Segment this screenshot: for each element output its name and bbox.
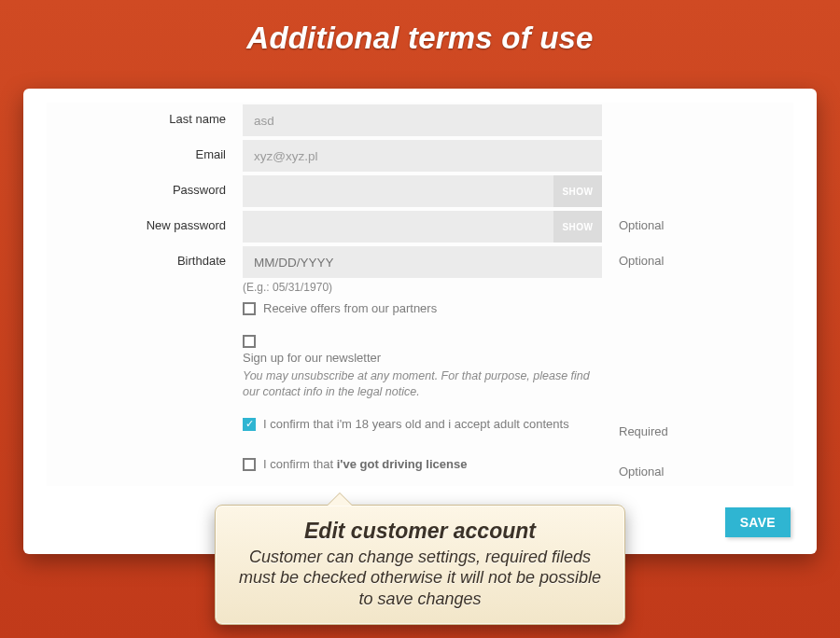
callout-tooltip: Edit customer account Customer can chang… xyxy=(215,505,625,626)
newsletter-checkbox[interactable] xyxy=(243,335,256,348)
account-form-card: Last name Email Password SHOW New passwo… xyxy=(23,89,817,554)
email-field[interactable] xyxy=(243,140,602,172)
label-email: Email xyxy=(47,140,243,161)
adult-label: I confirm that i'm 18 years old and i ac… xyxy=(263,417,569,433)
newsletter-checkbox-item[interactable]: Sign up for our newsletter xyxy=(243,334,602,367)
row-license: I confirm that i've got driving license … xyxy=(47,457,793,478)
lastname-field[interactable] xyxy=(243,104,602,136)
show-password-button[interactable]: SHOW xyxy=(553,175,602,207)
license-optional-tag: Optional xyxy=(602,457,664,478)
offers-label: Receive offers from our partners xyxy=(263,301,437,317)
row-lastname: Last name xyxy=(47,104,793,136)
newpassword-field[interactable] xyxy=(243,211,602,243)
offers-checkbox-item[interactable]: Receive offers from our partners xyxy=(243,301,602,317)
adult-checkbox[interactable]: ✓ xyxy=(243,418,256,431)
row-newsletter: Sign up for our newsletter You may unsub… xyxy=(47,334,793,400)
show-newpassword-button[interactable]: SHOW xyxy=(553,211,602,243)
label-lastname: Last name xyxy=(47,104,243,126)
license-label: I confirm that i've got driving license xyxy=(263,457,467,473)
label-password: Password xyxy=(47,175,243,197)
row-email: Email xyxy=(47,140,793,172)
password-field[interactable] xyxy=(243,175,602,207)
row-newpassword: New password SHOW Optional xyxy=(47,211,793,243)
birthdate-field[interactable] xyxy=(243,246,602,278)
callout-body: Customer can change settings, required f… xyxy=(236,547,604,610)
callout-title: Edit customer account xyxy=(236,519,604,544)
row-adult: ✓ I confirm that i'm 18 years old and i … xyxy=(47,417,793,438)
adult-checkbox-item[interactable]: ✓ I confirm that i'm 18 years old and i … xyxy=(243,417,602,433)
newsletter-label: Sign up for our newsletter xyxy=(243,351,381,367)
page-title: Additional terms of use xyxy=(0,0,840,56)
form-body: Last name Email Password SHOW New passwo… xyxy=(47,103,793,486)
row-offers: Receive offers from our partners xyxy=(47,301,793,323)
license-checkbox[interactable] xyxy=(243,458,256,471)
row-password: Password SHOW xyxy=(47,175,793,207)
save-button[interactable]: SAVE xyxy=(725,507,791,537)
offers-checkbox[interactable] xyxy=(243,302,256,315)
newpassword-optional: Optional xyxy=(602,211,664,232)
birthdate-optional: Optional xyxy=(602,246,664,268)
adult-required-tag: Required xyxy=(602,417,668,438)
label-birthdate: Birthdate xyxy=(47,246,243,268)
birthdate-hint: (E.g.: 05/31/1970) xyxy=(243,281,602,294)
license-checkbox-item[interactable]: I confirm that i've got driving license xyxy=(243,457,602,473)
newsletter-note: You may unsubscribe at any moment. For t… xyxy=(243,368,602,400)
label-newpassword: New password xyxy=(47,211,243,232)
row-birthdate: Birthdate (E.g.: 05/31/1970) Optional xyxy=(47,246,793,294)
